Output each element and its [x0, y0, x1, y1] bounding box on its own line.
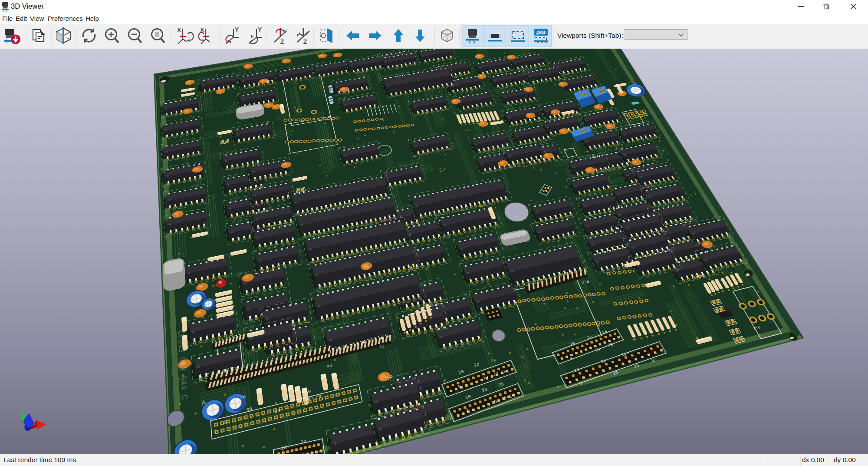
svg-text:Y: Y — [235, 26, 239, 33]
svg-text:9: 9 — [224, 419, 227, 425]
svg-text:1: 1 — [214, 428, 217, 434]
svg-text:Z: Z — [303, 38, 307, 45]
svg-text:X: X — [177, 26, 181, 33]
svg-text:Y: Y — [258, 26, 262, 33]
svg-text:.pos: .pos — [536, 30, 546, 35]
svg-text:Z: Z — [280, 38, 284, 45]
